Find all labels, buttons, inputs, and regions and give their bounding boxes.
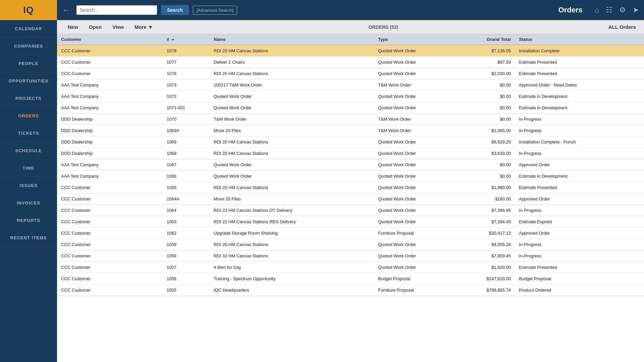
sidebar-item-schedule[interactable]: SCHEDULE (0, 142, 57, 160)
new-button[interactable]: New (62, 21, 84, 33)
cell-customer: AAA Test Company (57, 159, 163, 171)
cell-number: 1072 (163, 91, 210, 102)
sidebar-item-recent-items[interactable]: RECENT ITEMS (0, 229, 57, 247)
cell-name: RDI 22 HM Canvas Stations OT Delivery (210, 205, 374, 216)
table-row[interactable]: CCC Customer1077Deliver 2 ChairsQuoted W… (57, 57, 644, 68)
table-row[interactable]: CCC Customer1076RDI 20 HM Canvas Station… (57, 68, 644, 79)
cell-grand_total: $0.00 (456, 79, 515, 91)
col-header-number[interactable]: # ▼ (163, 34, 210, 45)
cell-number: 1056 (163, 273, 210, 285)
grid-icon[interactable]: ☷ (606, 6, 612, 14)
cell-name: RDI 32 HM Canvas Stations (210, 250, 374, 262)
cell-status: Estimate Presented (515, 262, 644, 273)
cell-customer: CCC Customer (57, 228, 163, 239)
col-header-status: Status (515, 34, 644, 45)
cell-grand_total: $7,284.45 (456, 216, 515, 228)
sidebar-item-calendar[interactable]: CALENDAR (0, 20, 57, 38)
table-row[interactable]: CCC Customer1062Upgrade Storage Room She… (57, 228, 644, 239)
table-row[interactable]: DDD Dealership1070T&M Work OrderT&M Work… (57, 114, 644, 125)
sidebar-item-orders[interactable]: ORDERS (0, 107, 57, 125)
cell-name: 4 Men for Day (210, 262, 374, 273)
cell-name: RDI 20 HM Canvas Stations (210, 182, 374, 193)
table-row[interactable]: AAA Test Company1071-001Quoted Work Orde… (57, 102, 644, 114)
back-button[interactable]: ← (62, 6, 70, 14)
cell-name: Deliver 2 Chairs (210, 57, 374, 68)
table-row[interactable]: CCC Customer1055IQC HeadquartersFurnitur… (57, 285, 644, 296)
cell-customer: AAA Test Company (57, 79, 163, 91)
sidebar-item-reports[interactable]: REPORTS (0, 212, 57, 229)
table-row[interactable]: DDD Dealership1068RDI 20 HM Canvas Stati… (57, 148, 644, 159)
more-button[interactable]: More ▼ (129, 21, 158, 33)
cell-type: Quoted Work Order (374, 45, 456, 57)
cell-status: In-Progress (515, 239, 644, 250)
cell-customer: CCC Customer (57, 193, 163, 205)
table-row[interactable]: CCC Customer1058RDI 32 HM Canvas Station… (57, 250, 644, 262)
table-row[interactable]: AAA Test Company1066Quoted Work OrderQuo… (57, 171, 644, 182)
sidebar-item-companies[interactable]: COMPANIES (0, 38, 57, 55)
search-input[interactable] (76, 5, 157, 15)
cell-name: RDI 20 HM Canvas Stations (210, 45, 374, 57)
cell-customer: CCC Customer (57, 68, 163, 79)
cell-type: Quoted Work Order (374, 193, 456, 205)
sidebar-item-projects[interactable]: PROJECTS (0, 90, 57, 107)
sidebar-item-tickets[interactable]: TICKETS (0, 125, 57, 142)
search-button[interactable]: Search (161, 5, 189, 15)
sidebar-item-people[interactable]: PEOPLE (0, 55, 57, 72)
table-header-row: Customer # ▼ Name Type Grand Total Statu… (57, 34, 644, 45)
cell-type: Quoted Work Order (374, 57, 456, 68)
sidebar-item-time[interactable]: TIME (0, 160, 57, 177)
cell-name: Quoted Work Order (210, 159, 374, 171)
cell-status: Estimate in Development (515, 91, 644, 102)
table-row[interactable]: CCC Customer1063RDI 22 HM Canvas Station… (57, 216, 644, 228)
open-button[interactable]: Open (84, 21, 107, 33)
page-title: Orders (558, 6, 583, 14)
sidebar-item-opportunities[interactable]: OPPORTUNITIES (0, 72, 57, 90)
col-header-name: Name (210, 34, 374, 45)
cell-grand_total: $4,005.26 (456, 239, 515, 250)
table-row[interactable]: DDD Dealership1069RDI 20 HM Canvas Stati… (57, 136, 644, 148)
home-icon[interactable]: ⌂ (595, 6, 599, 14)
cell-customer: DDD Dealership (57, 136, 163, 148)
table-row[interactable]: CCC Customer1056Training - Spectrum Oppo… (57, 273, 644, 285)
gear-icon[interactable]: ⚙ (619, 6, 626, 14)
cell-name: IQC Headquarters (210, 285, 374, 296)
cell-status: Estimate Presented (515, 57, 644, 68)
cell-name: Move 20 Files (210, 193, 374, 205)
table-row[interactable]: CCC Customer1065RDI 20 HM Canvas Station… (57, 182, 644, 193)
table-row[interactable]: CCC Customer1078RDI 20 HM Canvas Station… (57, 45, 644, 57)
cell-customer: DDD Dealership (57, 125, 163, 136)
table-row[interactable]: AAA Test Company1072Quoted Work OrderQuo… (57, 91, 644, 102)
cell-grand_total: $7,859.45 (456, 250, 515, 262)
sidebar-item-issues[interactable]: ISSUES (0, 177, 57, 194)
sidebar-item-invoices[interactable]: INVOICES (0, 194, 57, 212)
cell-name: Move 20 Files (210, 125, 374, 136)
cell-type: Quoted Work Order (374, 91, 456, 102)
cell-number: 1063 (163, 216, 210, 228)
col-header-grand-total: Grand Total (456, 34, 515, 45)
table-row[interactable]: CCC Customer1059RDI 20 HM Canvas Station… (57, 239, 644, 250)
logo: IQ (23, 5, 34, 15)
cell-type: Quoted Work Order (374, 102, 456, 114)
cell-status: Estimate Presented (515, 182, 644, 193)
table-row[interactable]: CCC Customer1064AMove 20 FilesQuoted Wor… (57, 193, 644, 205)
table-row[interactable]: AAA Test Company1067Quoted Work OrderQuo… (57, 159, 644, 171)
cell-name: T&M Work Order (210, 114, 374, 125)
cell-status: Estimate Presented (515, 68, 644, 79)
logout-icon[interactable]: ➤ (633, 6, 639, 14)
cell-type: T&M Work Order (374, 125, 456, 136)
advanced-search-link[interactable]: [Advanced Search] (193, 6, 237, 15)
actionbar: New Open View More ▼ ORDERS (53) ALL Ord… (57, 20, 644, 34)
view-button[interactable]: View (107, 21, 129, 33)
table-row[interactable]: DDD Dealership1069AMove 20 FilesT&M Work… (57, 125, 644, 136)
cell-type: Quoted Work Order (374, 68, 456, 79)
cell-name: Quoted Work Order (210, 102, 374, 114)
cell-number: 1055 (163, 285, 210, 296)
cell-type: Quoted Work Order (374, 262, 456, 273)
cell-number: 1059 (163, 239, 210, 250)
table-row[interactable]: CCC Customer10574 Men for DayQuoted Work… (57, 262, 644, 273)
cell-number: 1078 (163, 45, 210, 57)
cell-status: Approved Order (515, 228, 644, 239)
table-row[interactable]: CCC Customer1064RDI 22 HM Canvas Station… (57, 205, 644, 216)
topbar: ← Search [Advanced Search] Orders ⌂ ☷ ⚙ … (57, 0, 644, 20)
table-row[interactable]: AAA Test Company1073100217 T&M Work Orde… (57, 79, 644, 91)
